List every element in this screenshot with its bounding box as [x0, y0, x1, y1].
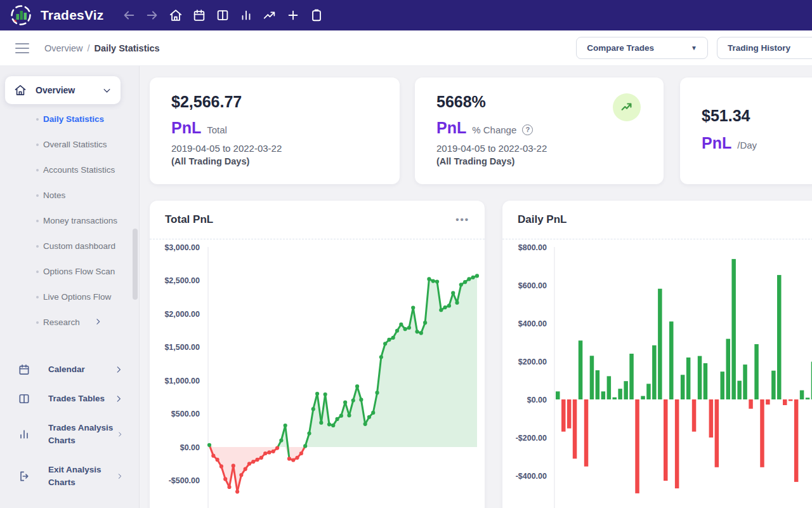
svg-text:$2,000.00: $2,000.00: [164, 310, 200, 319]
stat-card-pnl-percent-change: 5668% PnL % Change ? 2019-04-05 to 2022-…: [415, 77, 664, 184]
sidebar-item-notes[interactable]: Notes: [0, 189, 140, 202]
stat-card-pnl-per-day: $51.34 PnL /Day: [680, 77, 812, 184]
navbar-icons: [121, 8, 324, 23]
breadcrumb-section[interactable]: Overview: [44, 43, 82, 53]
svg-text:-$500.00: -$500.00: [169, 476, 200, 485]
bar-chart-icon[interactable]: [239, 8, 254, 23]
trading-history-button[interactable]: Trading History: [717, 37, 812, 59]
help-icon[interactable]: ?: [522, 124, 533, 135]
sidebar-item-trades-analysis-charts[interactable]: Trades Analysis Charts: [0, 422, 140, 447]
brand-link[interactable]: TradesViz: [9, 3, 103, 27]
forward-arrow-icon[interactable]: [145, 8, 160, 23]
chevron-down-icon: [102, 86, 112, 95]
sidebar-item-label: Live Options Flow: [43, 291, 111, 304]
sidebar-item-label: Custom dashboard: [43, 240, 115, 253]
svg-text:-$400.00: -$400.00: [516, 472, 547, 481]
chevron-right-icon: [114, 394, 123, 403]
sidebar-item-accounts-statistics[interactable]: Accounts Statistics: [0, 164, 140, 177]
add-icon[interactable]: [285, 8, 301, 23]
total-pnl-chart-card: Total PnL ••• $3,000.00$2,500.00$2,000.0…: [150, 201, 485, 508]
sidebar-item-overall-statistics[interactable]: Overall Statistics: [0, 138, 140, 151]
tradesviz-logo-icon: [9, 3, 33, 27]
stat-value: $51.34: [702, 107, 812, 125]
brand-name: TradesViz: [41, 8, 103, 23]
trend-icon[interactable]: [262, 8, 277, 23]
svg-text:$800.00: $800.00: [518, 243, 547, 252]
chevron-right-icon: [114, 365, 123, 374]
bullet-dot: [36, 220, 39, 222]
sidebar-item-label: Notes: [43, 189, 65, 202]
stat-date-range: 2019-04-05 to 2022-03-22: [171, 143, 378, 154]
sidebar-subitems: Daily StatisticsOverall StatisticsAccoun…: [0, 113, 140, 342]
sidebar-item-label: Money transactions: [43, 215, 117, 227]
svg-text:$600.00: $600.00: [518, 281, 547, 290]
breadcrumb-separator: /: [87, 43, 89, 53]
stat-value: $2,566.77: [171, 93, 378, 111]
svg-text:$0.00: $0.00: [527, 396, 547, 404]
bar-chart-icon: [18, 428, 30, 441]
bullet-dot: [36, 144, 39, 146]
sidebar-item-money-transactions[interactable]: Money transactions: [0, 215, 140, 227]
metric-suffix: Total: [207, 121, 227, 135]
split-view-icon[interactable]: [215, 8, 230, 23]
svg-text:-$200.00: -$200.00: [516, 434, 547, 443]
clipboard-icon[interactable]: [309, 8, 324, 23]
daily-pnl-chart-card: Daily PnL $800.00$600.00$400.00$200.00$0…: [502, 201, 812, 508]
breadcrumb: Overview / Daily Statistics: [44, 43, 160, 53]
metric-name: PnL: [702, 134, 731, 152]
metric-name: PnL: [436, 119, 466, 137]
back-arrow-icon[interactable]: [121, 8, 136, 23]
sidebar-item-exit-analysis-charts[interactable]: Exit Analysis Charts: [0, 464, 140, 489]
sidebar-item-label: Trades Tables: [48, 392, 105, 405]
caret-down-icon: ▼: [691, 44, 697, 51]
ellipsis-menu-icon[interactable]: •••: [455, 217, 469, 223]
trend-up-badge: [613, 93, 641, 121]
stat-date-range: 2019-04-05 to 2022-03-22: [436, 143, 642, 154]
svg-text:$1,500.00: $1,500.00: [164, 343, 200, 352]
breadcrumb-page[interactable]: Daily Statistics: [94, 43, 159, 53]
trend-up-icon: [620, 100, 634, 114]
home-icon[interactable]: [168, 8, 183, 23]
svg-text:$2,500.00: $2,500.00: [164, 276, 200, 285]
hamburger-menu-icon[interactable]: [15, 43, 29, 53]
svg-text:$3,000.00: $3,000.00: [164, 243, 200, 252]
bullet-dot: [36, 245, 39, 248]
sidebar-item-daily-statistics[interactable]: Daily Statistics: [0, 113, 140, 126]
daily-pnl-plot: $800.00$600.00$400.00$200.00$0.00-$200.0…: [502, 239, 812, 508]
sidebar-item-calendar[interactable]: Calendar: [0, 363, 140, 376]
metric-name: PnL: [171, 119, 201, 137]
total-pnl-plot: $3,000.00$2,500.00$2,000.00$1,500.00$1,0…: [150, 239, 485, 508]
sidebar-scrollbar[interactable]: [133, 229, 138, 300]
sidebar-item-live-options-flow[interactable]: Live Options Flow: [0, 291, 140, 304]
sidebar-item-label: Trades Analysis Charts: [48, 422, 117, 447]
home-icon: [14, 84, 27, 97]
sidebar-item-overview[interactable]: Overview: [5, 76, 121, 104]
sidebar-item-label: Accounts Statistics: [43, 164, 115, 177]
daily-pnl-chart: $800.00$600.00$400.00$200.00$0.00-$200.0…: [502, 239, 812, 508]
svg-text:$1,000.00: $1,000.00: [164, 377, 200, 385]
total-pnl-chart: $3,000.00$2,500.00$2,000.00$1,500.00$1,0…: [150, 239, 485, 508]
stat-note: (All Trading Days): [171, 156, 378, 166]
chart-title: Total PnL: [165, 213, 213, 226]
bullet-dot: [36, 118, 39, 121]
chevron-right-icon: [117, 430, 123, 439]
compare-trades-button[interactable]: Compare Trades ▼: [576, 37, 708, 59]
sidebar-item-label: Daily Statistics: [43, 113, 104, 126]
sidebar-item-label: Research: [43, 316, 80, 329]
sidebar-item-research[interactable]: Research: [0, 316, 140, 329]
topbar-actions: Compare Trades ▼ Trading History: [576, 37, 812, 59]
stat-value: 5668%: [436, 93, 642, 111]
sidebar-item-trades-tables[interactable]: Trades Tables: [0, 392, 140, 405]
sidebar-item-options-flow-scan[interactable]: Options Flow Scan: [0, 265, 140, 278]
sidebar-sections: CalendarTrades TablesTrades Analysis Cha…: [0, 363, 140, 505]
top-navbar: TradesViz: [0, 0, 812, 30]
calendar-icon: [18, 363, 30, 376]
sidebar-item-label: Overall Statistics: [43, 138, 107, 151]
svg-text:$500.00: $500.00: [171, 410, 200, 418]
calendar-icon[interactable]: [192, 8, 207, 23]
sidebar-item-custom-dashboard[interactable]: Custom dashboard: [0, 240, 140, 253]
svg-text:$200.00: $200.00: [518, 358, 547, 366]
sidebar-item-label: Exit Analysis Charts: [48, 464, 116, 489]
metric-suffix: /Day: [737, 136, 757, 150]
svg-text:$400.00: $400.00: [518, 319, 547, 328]
